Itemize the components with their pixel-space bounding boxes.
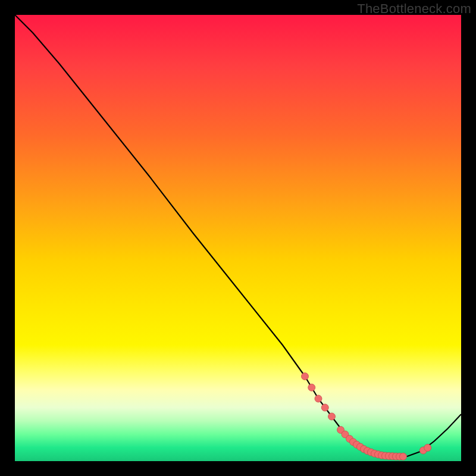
scatter-dot bbox=[400, 453, 407, 460]
scatter-dot bbox=[321, 404, 328, 411]
bottleneck-curve bbox=[15, 15, 461, 457]
scatter-dot bbox=[315, 395, 322, 402]
chart-plot-area bbox=[15, 15, 461, 461]
scatter-dot bbox=[328, 413, 336, 420]
chart-svg bbox=[15, 15, 461, 461]
scatter-dot bbox=[302, 373, 309, 380]
chart-frame: TheBottleneck.com bbox=[0, 0, 476, 476]
watermark-text: TheBottleneck.com bbox=[357, 1, 471, 17]
scatter-dot bbox=[424, 444, 431, 452]
scatter-dot bbox=[308, 384, 315, 391]
dot-cluster bbox=[302, 373, 431, 461]
